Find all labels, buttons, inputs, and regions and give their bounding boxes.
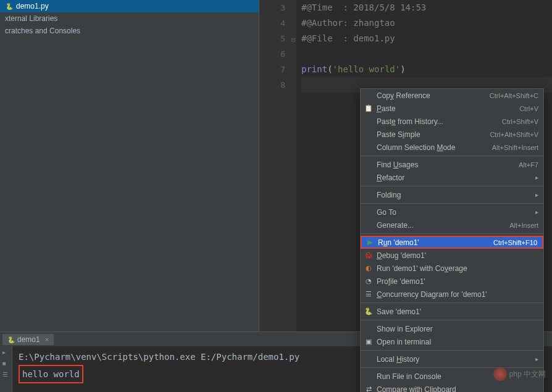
chevron-right-icon: ▸ bbox=[535, 191, 538, 198]
menu-item-label: Open in terminal bbox=[377, 338, 538, 346]
console-stdout: hello world bbox=[19, 365, 83, 383]
tree-item-label: demo1.py bbox=[16, 2, 49, 10]
code-comment: #@File : demo1.py bbox=[301, 33, 395, 43]
menu-item[interactable]: 📋PasteCtrl+V bbox=[361, 102, 543, 115]
menu-item-label: Debug 'demo1' bbox=[377, 251, 538, 260]
chevron-right-icon: ▸ bbox=[535, 174, 538, 181]
menu-item-label: Go To bbox=[377, 208, 532, 217]
menu-item-label: Run 'demo1' with Coverage bbox=[377, 264, 538, 273]
menu-item[interactable]: ⇄Compare with Clipboard bbox=[361, 383, 543, 392]
menu-item-shortcut: Alt+Shift+Insert bbox=[492, 144, 538, 151]
line-number: 4 bbox=[259, 15, 285, 31]
concurrency-icon: ☰ bbox=[364, 290, 374, 299]
code-comment: #@Author: zhangtao bbox=[301, 18, 395, 28]
stop-icon[interactable]: ■ bbox=[2, 360, 10, 367]
menu-item[interactable]: 🐍Save 'demo1' bbox=[361, 305, 543, 318]
menu-separator bbox=[361, 203, 543, 204]
menu-item-label: Show in Explorer bbox=[377, 325, 538, 333]
menu-item-shortcut: Ctrl+Alt+Shift+C bbox=[490, 92, 538, 99]
menu-item-label: Paste Simple bbox=[377, 130, 490, 139]
compare-icon: ⇄ bbox=[364, 385, 374, 393]
fold-icon[interactable]: ⊟ bbox=[291, 32, 295, 48]
chevron-right-icon: ▸ bbox=[535, 356, 538, 362]
menu-item[interactable]: Generate...Alt+Insert bbox=[361, 219, 543, 231]
tab-label: demo1 bbox=[17, 335, 40, 344]
paste-icon: 📋 bbox=[364, 104, 374, 114]
menu-item-label: Paste bbox=[377, 104, 519, 113]
menu-item[interactable]: ◔Profile 'demo1' bbox=[361, 275, 543, 288]
menu-item[interactable]: Refactor▸ bbox=[361, 171, 543, 184]
menu-item-label: Paste from History... bbox=[377, 117, 502, 126]
watermark-small: php bbox=[509, 370, 522, 378]
line-number: 8 bbox=[259, 77, 285, 93]
menu-separator bbox=[361, 186, 543, 186]
menu-separator bbox=[361, 320, 543, 320]
menu-item-label: Save 'demo1' bbox=[377, 307, 538, 316]
tree-item-label: xternal Libraries bbox=[5, 14, 57, 23]
terminal-icon: ▣ bbox=[364, 337, 374, 347]
menu-separator bbox=[361, 233, 543, 234]
menu-separator bbox=[361, 156, 543, 156]
menu-item[interactable]: Find UsagesAlt+F7 bbox=[361, 158, 543, 171]
code-comment: #@Time : 2018/5/8 14:53 bbox=[301, 2, 426, 12]
menu-item-label: Compare with Clipboard bbox=[377, 385, 538, 393]
menu-item-label: Folding bbox=[377, 191, 532, 199]
python-file-icon: 🐍 bbox=[364, 307, 374, 317]
coverage-icon: ◐ bbox=[364, 264, 374, 273]
menu-item[interactable]: ◐Run 'demo1' with Coverage bbox=[361, 262, 543, 275]
menu-item[interactable]: Show in Explorer bbox=[361, 322, 543, 335]
code-keyword: print bbox=[301, 64, 327, 74]
settings-icon[interactable]: ☰ bbox=[2, 371, 10, 378]
rerun-icon[interactable]: ▸ bbox=[2, 349, 10, 356]
menu-item-label: Concurrency Diagram for 'demo1' bbox=[377, 290, 538, 299]
menu-item-label: Column Selection Mode bbox=[377, 143, 492, 152]
line-number: 5 bbox=[259, 31, 285, 46]
menu-item-shortcut: Alt+Insert bbox=[509, 222, 538, 229]
menu-item-label: Local History bbox=[377, 355, 532, 364]
tree-item-scratches[interactable]: cratches and Consoles bbox=[0, 25, 259, 37]
line-number: 6 bbox=[259, 46, 285, 62]
menu-item-label: Profile 'demo1' bbox=[377, 277, 538, 286]
menu-item[interactable]: ☰Concurrency Diagram for 'demo1' bbox=[361, 288, 543, 301]
menu-item-shortcut: Ctrl+V bbox=[519, 105, 538, 112]
tab-demo1[interactable]: demo1 × bbox=[2, 334, 54, 345]
menu-item[interactable]: 🐞Debug 'demo1' bbox=[361, 249, 543, 262]
menu-item-shortcut: Ctrl+Alt+Shift+V bbox=[490, 131, 538, 138]
menu-item-label: Run 'demo1' bbox=[378, 238, 493, 247]
menu-item[interactable]: Copy ReferenceCtrl+Alt+Shift+C bbox=[361, 89, 543, 102]
menu-item[interactable]: Column Selection ModeAlt+Shift+Insert bbox=[361, 141, 543, 154]
menu-item-label: Generate... bbox=[377, 221, 509, 230]
menu-item[interactable]: ▶Run 'demo1'Ctrl+Shift+F10 bbox=[361, 236, 543, 249]
menu-item[interactable]: Local History▸ bbox=[361, 352, 543, 365]
code-string: 'hello world' bbox=[333, 64, 401, 74]
menu-item-shortcut: Ctrl+Shift+V bbox=[502, 118, 538, 125]
watermark-text: 中文网 bbox=[524, 370, 546, 378]
menu-item[interactable]: Go To▸ bbox=[361, 206, 543, 219]
menu-item[interactable]: Paste from History...Ctrl+Shift+V bbox=[361, 115, 543, 128]
run-icon: ▶ bbox=[365, 238, 375, 248]
python-file-icon bbox=[5, 2, 14, 10]
menu-item-shortcut: Ctrl+Shift+F10 bbox=[493, 239, 537, 246]
tree-item-external-libraries[interactable]: xternal Libraries bbox=[0, 12, 259, 25]
profile-icon: ◔ bbox=[364, 277, 374, 286]
editor-gutter: 3 4 5 6 7 8 ⊟ bbox=[259, 0, 296, 332]
menu-item[interactable]: Paste SimpleCtrl+Alt+Shift+V bbox=[361, 128, 543, 141]
editor-context-menu: Copy ReferenceCtrl+Alt+Shift+C📋PasteCtrl… bbox=[360, 88, 544, 392]
menu-item-label: Copy Reference bbox=[377, 91, 490, 100]
project-sidebar: demo1.py xternal Libraries cratches and … bbox=[0, 0, 259, 332]
close-icon[interactable]: × bbox=[45, 336, 49, 343]
menu-item[interactable]: Folding▸ bbox=[361, 188, 543, 201]
menu-item-shortcut: Alt+F7 bbox=[519, 161, 538, 169]
menu-item-label: Find Usages bbox=[377, 161, 519, 169]
line-number: 7 bbox=[259, 62, 285, 77]
logo-icon bbox=[493, 367, 507, 381]
python-file-icon bbox=[7, 335, 15, 344]
menu-item-label: Refactor bbox=[377, 173, 532, 182]
menu-item[interactable]: ▣Open in terminal bbox=[361, 335, 543, 348]
line-number: 3 bbox=[259, 0, 285, 15]
tree-item-demo1[interactable]: demo1.py bbox=[0, 0, 259, 12]
debug-icon: 🐞 bbox=[364, 251, 374, 261]
menu-separator bbox=[361, 350, 543, 351]
tree-item-label: cratches and Consoles bbox=[5, 27, 80, 35]
menu-separator bbox=[361, 302, 543, 303]
